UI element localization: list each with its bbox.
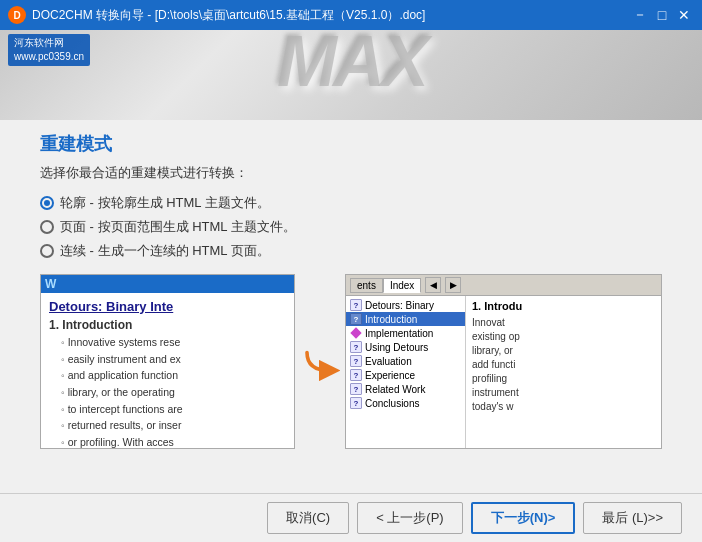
banner-logo: MAX [277,30,425,102]
chm-preview: ents Index ◀ ▶ ? Detours: Binary ? Intro… [345,274,662,449]
radio-option-1[interactable]: 轮廓 - 按轮廓生成 HTML 主题文件。 [40,194,662,212]
tree-item-5[interactable]: ? Experience [346,368,465,382]
doc-title: Detours: Binary Inte [49,299,286,314]
question-icon-6: ? [350,383,362,395]
banner-watermark: 河东软件网 www.pc0359.cn [8,34,90,66]
chm-content-text: Innovatexisting oplibrary, oradd functip… [472,316,655,414]
radio-circle-1 [40,196,54,210]
doc-list-item-0: Innovative systems rese [49,335,286,350]
radio-label-1: 轮廓 - 按轮廓生成 HTML 主题文件。 [60,194,270,212]
button-bar: 取消(C) < 上一步(P) 下一步(N)> 最后 (L)>> [0,493,702,542]
word-icon: W [45,277,56,291]
question-icon-3: ? [350,341,362,353]
tree-label-6: Related Work [365,384,425,395]
tree-label-2: Implementation [365,328,433,339]
tree-item-0[interactable]: ? Detours: Binary [346,298,465,312]
question-icon-5: ? [350,369,362,381]
doc-list-item-5: returned results, or inser [49,418,286,433]
chm-body: ? Detours: Binary ? Introduction Impleme… [346,296,661,448]
question-icon-7: ? [350,397,362,409]
radio-circle-3 [40,244,54,258]
cancel-button[interactable]: 取消(C) [267,502,349,534]
radio-option-2[interactable]: 页面 - 按页面范围生成 HTML 主题文件。 [40,218,662,236]
chm-toolbar: ents Index ◀ ▶ [346,275,661,296]
title-bar-controls: － □ ✕ [630,5,694,25]
tree-label-0: Detours: Binary [365,300,434,311]
tree-item-6[interactable]: ? Related Work [346,382,465,396]
title-bar: D DOC2CHM 转换向导 - [D:\tools\桌面\artcut6\15… [0,0,702,30]
tree-label-4: Evaluation [365,356,412,367]
banner: MAX 河东软件网 www.pc0359.cn [0,30,702,120]
diamond-icon-2 [350,327,362,339]
minimize-button[interactable]: － [630,5,650,25]
doc-list-item-6: or profiling. With acces [49,435,286,449]
tree-label-5: Experience [365,370,415,381]
doc-list-item-3: library, or the operating [49,385,286,400]
chm-tree: ? Detours: Binary ? Introduction Impleme… [346,296,466,448]
chm-content-title: 1. Introdu [472,300,655,312]
title-bar-text: DOC2CHM 转换向导 - [D:\tools\桌面\artcut6\15.基… [32,7,425,24]
doc-preview: W Detours: Binary Inte 1. Introduction I… [40,274,295,449]
doc-list-item-4: to intercept functions are [49,402,286,417]
preview-container: W Detours: Binary Inte 1. Introduction I… [40,274,662,449]
tree-item-2[interactable]: Implementation [346,326,465,340]
doc-content: Detours: Binary Inte 1. Introduction Inn… [41,293,294,449]
doc-list-item-1: easily instrument and ex [49,352,286,367]
chm-content: 1. Introdu Innovatexisting oplibrary, or… [466,296,661,448]
next-button[interactable]: 下一步(N)> [471,502,576,534]
dialog-area: 重建模式 选择你最合适的重建模式进行转换： 轮廓 - 按轮廓生成 HTML 主题… [0,120,702,469]
arrow-container [295,274,345,449]
nav-forward-button[interactable]: ▶ [445,277,461,293]
maximize-button[interactable]: □ [652,5,672,25]
section-desc: 选择你最合适的重建模式进行转换： [40,164,662,182]
tree-item-7[interactable]: ? Conclusions [346,396,465,410]
tree-item-1[interactable]: ? Introduction [346,312,465,326]
finish-button[interactable]: 最后 (L)>> [583,502,682,534]
doc-heading: 1. Introduction [49,318,286,332]
radio-label-2: 页面 - 按页面范围生成 HTML 主题文件。 [60,218,296,236]
close-button[interactable]: ✕ [674,5,694,25]
section-title: 重建模式 [40,132,662,156]
tab-index[interactable]: Index [383,278,421,293]
tab-contents[interactable]: ents [350,278,383,293]
doc-list-item-2: and application function [49,368,286,383]
nav-back-button[interactable]: ◀ [425,277,441,293]
question-icon-4: ? [350,355,362,367]
radio-circle-2 [40,220,54,234]
tree-label-3: Using Detours [365,342,428,353]
watermark-line2: www.pc0359.cn [14,50,84,64]
title-bar-left: D DOC2CHM 转换向导 - [D:\tools\桌面\artcut6\15… [8,6,425,24]
radio-group: 轮廓 - 按轮廓生成 HTML 主题文件。 页面 - 按页面范围生成 HTML … [40,194,662,260]
chm-tabs: ents Index [350,278,421,293]
doc-header: W [41,275,294,293]
question-icon-0: ? [350,299,362,311]
watermark-line1: 河东软件网 [14,36,84,50]
radio-label-3: 连续 - 生成一个连续的 HTML 页面。 [60,242,270,260]
tree-item-4[interactable]: ? Evaluation [346,354,465,368]
tree-item-3[interactable]: ? Using Detours [346,340,465,354]
prev-button[interactable]: < 上一步(P) [357,502,463,534]
question-icon-1: ? [350,313,362,325]
radio-option-3[interactable]: 连续 - 生成一个连续的 HTML 页面。 [40,242,662,260]
tree-label-1: Introduction [365,314,417,325]
tree-label-7: Conclusions [365,398,419,409]
app-icon: D [8,6,26,24]
arrow-icon [298,339,343,384]
